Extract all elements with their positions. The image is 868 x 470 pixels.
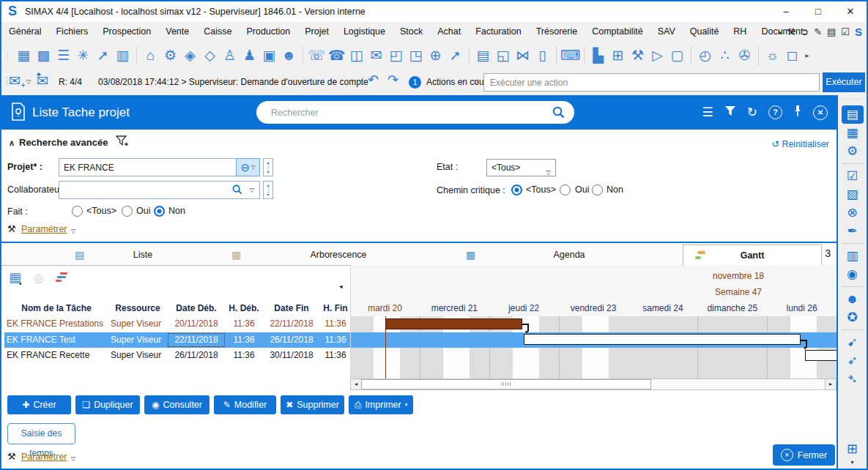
table-columns-icon[interactable]: ▥ (842, 247, 864, 265)
table-view-icon[interactable]: ▦ (842, 124, 864, 142)
menu-item[interactable]: Logistique (336, 22, 393, 42)
undo-icon[interactable]: ↶ (368, 72, 379, 88)
phone-add-icon[interactable]: ☏ (307, 42, 327, 69)
menu-item[interactable]: Comptabilité (585, 22, 650, 42)
production-grid-icon[interactable]: ⊞ (608, 42, 628, 69)
planning-grid-icon[interactable]: ▩ (34, 42, 53, 69)
menu-item[interactable]: Qualité (683, 22, 727, 42)
idea-bulb-icon[interactable]: ☼ (763, 42, 782, 69)
shop-icon[interactable]: ▣ (259, 42, 279, 69)
imprimer-button[interactable]: ⎙Imprimer ▾ (349, 395, 413, 414)
settings-gear-icon[interactable]: ⚙ (842, 142, 864, 160)
column-header[interactable]: Ressource (108, 300, 167, 316)
actions-in-progress-label[interactable]: Actions en cours (426, 70, 492, 95)
target-icon[interactable]: ⊕ (426, 42, 445, 69)
export-data-icon[interactable]: ➹ (842, 333, 864, 351)
column-header[interactable]: H. Déb. (226, 300, 262, 316)
phone-transfer-icon[interactable]: ☎ (327, 42, 346, 69)
table-row[interactable]: EK FRANCE Recette Super Viseur 26/11/201… (4, 348, 350, 364)
caret-down-icon[interactable]: ▾ (838, 459, 867, 466)
gantt-bar-test[interactable] (524, 334, 801, 345)
chemin-oui-radio[interactable] (560, 184, 571, 195)
collaborateur-input[interactable] (59, 181, 260, 199)
menu-item[interactable]: Fichiers (48, 22, 95, 42)
maintenance-icon[interactable]: ✎ (814, 26, 822, 37)
parametrer-link[interactable]: Paramétrer (21, 224, 67, 234)
robot-icon[interactable]: ✇ (735, 42, 754, 69)
wrench-icon[interactable]: ⚒ (628, 42, 648, 69)
menu-item[interactable]: Vente (158, 22, 196, 42)
user-shield-icon[interactable]: ✪ (842, 308, 864, 327)
menu-item[interactable]: SAV (650, 22, 683, 42)
menu-item[interactable]: Facturation (468, 22, 529, 42)
stats-icon[interactable]: ▥ (113, 42, 133, 69)
save-icon[interactable]: ▧ (842, 185, 864, 204)
search-input[interactable] (270, 102, 545, 124)
tab-arborescence[interactable]: ▦ Arborescence (221, 245, 456, 265)
scroll-left-arrow[interactable]: ◂ (351, 379, 362, 389)
new-document-icon[interactable]: ⊞ (838, 441, 867, 457)
stop-icon[interactable]: ▢ (667, 42, 687, 69)
l-document-icon[interactable]: ▯ (533, 42, 552, 69)
fait-oui-radio[interactable] (122, 206, 133, 217)
filter-add-icon[interactable] (116, 135, 129, 152)
gantt-target-icon[interactable]: ◎ (34, 271, 44, 285)
menu-item[interactable]: Achat (430, 22, 468, 42)
caret-down-icon[interactable]: ▽ (71, 455, 75, 462)
connect-icon[interactable]: ➲ (801, 26, 809, 37)
cube-icon[interactable]: ◳ (406, 42, 426, 69)
play-icon[interactable]: ▷ (648, 42, 667, 69)
projet-record-navigator[interactable]: ▴⋮▾ (263, 158, 273, 176)
mail-icon[interactable]: ✉ (366, 42, 386, 69)
burst-icon[interactable]: ✳ (73, 42, 93, 69)
menu-item[interactable]: Prospection (95, 22, 158, 42)
execute-action-input[interactable] (483, 73, 820, 92)
supprimer-button[interactable]: ✖Supprimer (281, 395, 344, 414)
etat-select[interactable]: <Tous> ▽ (486, 159, 556, 176)
menu-item[interactable]: Production (239, 22, 297, 42)
tag-outline-icon[interactable]: ◇ (200, 42, 220, 69)
home-icon[interactable]: ⌂ (141, 42, 160, 69)
actions-caret-icon[interactable]: ▽ (474, 78, 478, 85)
scrollbar-thumb[interactable]: IIIII (361, 379, 651, 389)
projet-clear-control[interactable]: ⊖ ▽ (236, 158, 260, 176)
document-icon[interactable]: ▤ (473, 42, 493, 69)
menu-item[interactable]: Général (1, 22, 48, 42)
column-header[interactable]: Date Déb. (167, 300, 226, 316)
fermer-button[interactable]: ✕ Fermer (773, 444, 835, 466)
fait-tous-radio[interactable] (72, 206, 83, 217)
tag-icon[interactable]: ◈ (180, 42, 200, 69)
caret-down-icon[interactable]: ▽ (71, 228, 75, 234)
list-icon[interactable]: ☰ (53, 42, 73, 69)
package-a-icon[interactable]: ◰ (386, 42, 406, 69)
briefcase-icon[interactable]: ◫ (346, 42, 366, 69)
tab-agenda[interactable]: ▦ Agenda (456, 245, 683, 265)
tab-gantt[interactable]: Gantt (683, 245, 822, 266)
column-header[interactable]: Date Fin (262, 300, 321, 316)
table-row[interactable]: EK FRANCE Prestations Super Viseur 20/11… (4, 316, 350, 332)
menu-item[interactable]: Trésorerie (529, 22, 585, 42)
group-icon[interactable]: ♟ (240, 42, 259, 69)
menu-item[interactable]: RH (726, 22, 754, 42)
new-mail-icon[interactable]: ✉ (9, 72, 21, 89)
parametrer-link-bottom[interactable]: Paramétrer (21, 452, 67, 462)
modifier-button[interactable]: ✎Modifier (214, 395, 276, 414)
growth-icon[interactable]: ➚ (445, 42, 465, 69)
import-data-icon[interactable]: ➴ (842, 370, 864, 388)
redo-icon[interactable]: ↷ (387, 72, 398, 88)
splitter-collapse-icon[interactable]: ◂ (339, 283, 343, 290)
maximize-button[interactable]: □ (802, 1, 834, 22)
workflow-icon[interactable]: ∴ (715, 42, 735, 69)
execute-button[interactable]: Exécuter (823, 72, 865, 92)
filter-icon[interactable] (724, 105, 736, 119)
table-eye-icon[interactable]: ◉ (842, 265, 864, 283)
refresh-icon[interactable]: ↻ (747, 105, 757, 120)
submenu-arrow-icon[interactable]: ▸ (779, 29, 782, 36)
pin-icon[interactable] (793, 105, 802, 120)
collapse-chevron-icon[interactable]: ∧ (9, 138, 15, 148)
reset-filters-button[interactable]: ↺ Reinitialiser (771, 138, 829, 149)
menu-item[interactable]: Stock (393, 22, 430, 42)
user-icon[interactable]: ☻ (842, 290, 864, 308)
gear-icon[interactable]: ⚙ (160, 42, 180, 69)
column-header[interactable]: H. Fin (321, 300, 350, 316)
